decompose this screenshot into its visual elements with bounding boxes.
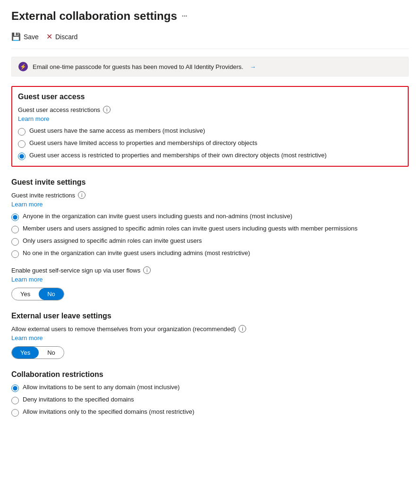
collab-option-2[interactable]: Allow invitations only to the specified …	[11, 408, 409, 417]
external-leave-no-button[interactable]: No	[39, 347, 64, 359]
guest-invite-option-3-label: No one in the organization can invite gu…	[23, 249, 250, 256]
external-leave-section: External user leave settings Allow exter…	[11, 312, 409, 359]
guest-invite-section: Guest invite settings Guest invite restr…	[11, 178, 409, 300]
guest-invite-restrictions-text: Guest invite restrictions	[11, 192, 75, 199]
guest-access-learn-more[interactable]: Learn more	[18, 115, 402, 122]
external-leave-toggle: Yes No	[11, 346, 64, 359]
guest-invite-option-2[interactable]: Only users assigned to specific admin ro…	[11, 237, 409, 246]
guest-access-restrictions-label: Guest user access restrictions i	[18, 106, 402, 113]
guest-user-access-title: Guest user access	[18, 93, 402, 101]
collaboration-restrictions-title: Collaboration restrictions	[11, 370, 409, 379]
external-leave-title: External user leave settings	[11, 312, 409, 320]
collab-option-0-label: Allow invitations to be sent to any doma…	[23, 384, 180, 391]
guest-invite-info-icon[interactable]: i	[78, 191, 86, 199]
guest-access-option-1-label: Guest users have limited access to prope…	[29, 139, 257, 146]
save-icon: 💾	[11, 32, 21, 41]
guest-invite-option-1-label: Member users and users assigned to speci…	[23, 225, 358, 232]
guest-access-radio-group: Guest users have the same access as memb…	[18, 127, 402, 160]
notification-icon: ⚡	[18, 62, 28, 71]
guest-access-radio-0[interactable]	[18, 128, 26, 136]
discard-label: Discard	[55, 33, 77, 41]
discard-button[interactable]: ✕ Discard	[46, 30, 77, 43]
collaboration-restrictions-radio-group: Allow invitations to be sent to any doma…	[11, 384, 409, 417]
guest-access-option-0[interactable]: Guest users have the same access as memb…	[18, 127, 402, 136]
self-service-text: Enable guest self-service sign up via us…	[11, 267, 140, 274]
toolbar: 💾 Save ✕ Discard	[11, 30, 409, 49]
collab-radio-2[interactable]	[11, 409, 19, 417]
notification-bar: ⚡ Email one-time passcode for guests has…	[11, 57, 409, 77]
guest-access-option-1[interactable]: Guest users have limited access to prope…	[18, 139, 402, 148]
guest-access-radio-1[interactable]	[18, 140, 26, 148]
external-leave-learn-more[interactable]: Learn more	[11, 334, 409, 342]
save-label: Save	[24, 33, 39, 41]
page-title: External collaboration settings ···	[11, 9, 409, 23]
guest-invite-option-0-label: Anyone in the organization can invite gu…	[23, 213, 292, 220]
guest-access-restrictions-text: Guest user access restrictions	[18, 106, 100, 113]
collab-option-1[interactable]: Deny invitations to the specified domain…	[11, 396, 409, 404]
external-leave-text: Allow external users to remove themselve…	[11, 325, 236, 333]
guest-access-radio-2[interactable]	[18, 153, 26, 160]
guest-invite-radio-0[interactable]	[11, 214, 19, 221]
collab-radio-0[interactable]	[11, 384, 19, 392]
guest-invite-radio-3[interactable]	[11, 250, 19, 258]
self-service-label: Enable guest self-service sign up via us…	[11, 266, 409, 274]
guest-access-info-icon[interactable]: i	[103, 106, 111, 113]
self-service-learn-more[interactable]: Learn more	[11, 276, 409, 283]
guest-access-option-2-label: Guest user access is restricted to prope…	[29, 152, 326, 159]
guest-user-access-section: Guest user access Guest user access rest…	[11, 86, 409, 167]
guest-invite-option-3[interactable]: No one in the organization can invite gu…	[11, 249, 409, 258]
save-button[interactable]: 💾 Save	[11, 30, 39, 43]
title-text: External collaboration settings	[11, 9, 177, 23]
external-leave-info-icon[interactable]: i	[239, 325, 246, 333]
guest-invite-title: Guest invite settings	[11, 178, 409, 187]
collaboration-restrictions-section: Collaboration restrictions Allow invitat…	[11, 370, 409, 417]
self-service-info-icon[interactable]: i	[143, 266, 151, 274]
guest-access-option-0-label: Guest users have the same access as memb…	[29, 127, 205, 134]
collab-option-0[interactable]: Allow invitations to be sent to any doma…	[11, 384, 409, 392]
self-service-toggle: Yes No	[11, 288, 64, 300]
external-leave-label: Allow external users to remove themselve…	[11, 325, 409, 333]
discard-icon: ✕	[46, 32, 52, 41]
collab-option-2-label: Allow invitations only to the specified …	[23, 408, 194, 415]
notification-text: Email one-time passcode for guests has b…	[33, 63, 243, 70]
external-leave-yes-button[interactable]: Yes	[12, 347, 39, 359]
collab-radio-1[interactable]	[11, 397, 19, 404]
guest-invite-restrictions-label: Guest invite restrictions i	[11, 191, 409, 199]
guest-invite-learn-more[interactable]: Learn more	[11, 201, 409, 208]
guest-invite-radio-2[interactable]	[11, 238, 19, 246]
guest-invite-radio-1[interactable]	[11, 226, 19, 233]
page-menu-icon[interactable]: ···	[182, 12, 188, 20]
guest-invite-option-0[interactable]: Anyone in the organization can invite gu…	[11, 213, 409, 221]
guest-access-option-2[interactable]: Guest user access is restricted to prope…	[18, 152, 402, 160]
guest-invite-option-1[interactable]: Member users and users assigned to speci…	[11, 225, 409, 233]
notification-arrow[interactable]: →	[250, 63, 256, 70]
guest-invite-radio-group: Anyone in the organization can invite gu…	[11, 213, 409, 258]
guest-invite-option-2-label: Only users assigned to specific admin ro…	[23, 237, 202, 244]
self-service-yes-button[interactable]: Yes	[12, 288, 39, 300]
collab-option-1-label: Deny invitations to the specified domain…	[23, 396, 134, 403]
self-service-no-button[interactable]: No	[39, 288, 64, 300]
